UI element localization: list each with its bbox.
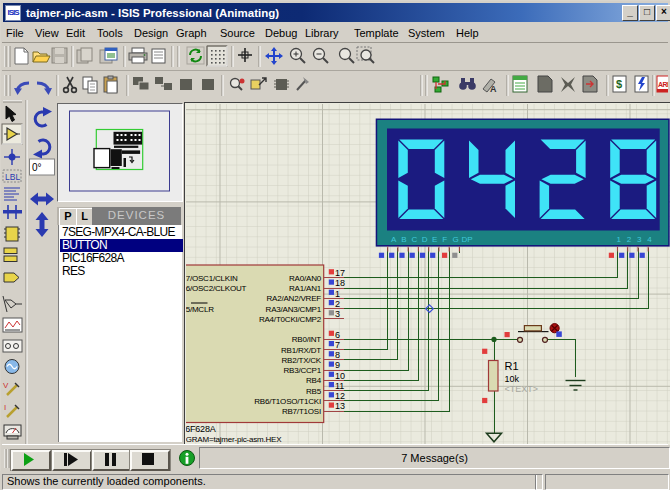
svg-text:11: 11 — [335, 381, 344, 391]
svg-text:4: 4 — [647, 235, 652, 244]
svg-text:RB2/TX/CK: RB2/TX/CK — [281, 356, 321, 365]
svg-text:12: 12 — [335, 391, 345, 401]
svg-text:A: A — [490, 84, 497, 94]
svg-text:V: V — [3, 381, 9, 390]
svg-text:RA1/AN1: RA1/AN1 — [289, 284, 322, 293]
svg-text:1: 1 — [335, 289, 340, 299]
svg-text:9: 9 — [335, 360, 340, 370]
svg-text:RB3/CCP1: RB3/CCP1 — [283, 366, 321, 375]
svg-text:RA3/AN3/CMP1: RA3/AN3/CMP1 — [266, 305, 322, 314]
svg-text:RB0/INT: RB0/INT — [292, 335, 322, 344]
svg-text:3: 3 — [335, 309, 340, 319]
svg-text:D: D — [422, 235, 428, 244]
svg-text:2: 2 — [335, 299, 340, 309]
svg-text:PROGRAM=tajmer-pic-asm.HEX: PROGRAM=tajmer-pic-asm.HEX — [186, 435, 282, 444]
svg-text:A5/MCLR: A5/MCLR — [186, 305, 214, 314]
svg-text:RA4/T0CKI/CMP2: RA4/T0CKI/CMP2 — [259, 315, 322, 324]
svg-text:17: 17 — [335, 268, 345, 278]
svg-text:RB1/RX/DT: RB1/RX/DT — [281, 346, 321, 355]
svg-text:3: 3 — [637, 235, 642, 244]
svg-text:E: E — [432, 235, 437, 244]
svg-text:C: C — [412, 235, 418, 244]
svg-text:G: G — [453, 235, 459, 244]
svg-text:RA2/AN2/VREF: RA2/AN2/VREF — [266, 294, 321, 303]
svg-text:DP: DP — [462, 235, 473, 244]
svg-text:RB6/T1OSO/T1CKI: RB6/T1OSO/T1CKI — [254, 397, 321, 406]
svg-text:$: $ — [616, 78, 622, 90]
svg-text:RB5: RB5 — [306, 387, 322, 396]
svg-text:PIC16F628A: PIC16F628A — [186, 424, 216, 434]
svg-text:7: 7 — [335, 340, 340, 350]
svg-text:R1: R1 — [505, 360, 519, 372]
svg-text:RA0/AN0: RA0/AN0 — [289, 274, 322, 283]
svg-text:2: 2 — [627, 235, 632, 244]
svg-text:LBL: LBL — [5, 172, 20, 182]
svg-text:10k: 10k — [505, 374, 520, 384]
svg-text:<TEXT>: <TEXT> — [505, 384, 539, 394]
svg-text:A: A — [391, 235, 397, 244]
svg-text:18: 18 — [335, 278, 345, 288]
svg-text:10: 10 — [335, 371, 345, 381]
svg-text:1: 1 — [617, 235, 622, 244]
svg-text:8: 8 — [335, 350, 340, 360]
svg-text:RB7/T1OSI: RB7/T1OSI — [282, 407, 321, 416]
svg-text:RB4: RB4 — [306, 376, 322, 385]
svg-text:I: I — [4, 403, 6, 412]
svg-text:B: B — [401, 235, 406, 244]
svg-text:13: 13 — [335, 401, 345, 411]
svg-text:A7/OSC1/CLKIN: A7/OSC1/CLKIN — [186, 274, 238, 283]
svg-text:F: F — [442, 235, 447, 244]
svg-text:0°: 0° — [32, 162, 42, 173]
svg-text:6: 6 — [335, 330, 340, 340]
svg-text:ARES: ARES — [658, 81, 668, 88]
svg-text:A6/OSC2/CLKOUT: A6/OSC2/CLKOUT — [186, 284, 246, 293]
